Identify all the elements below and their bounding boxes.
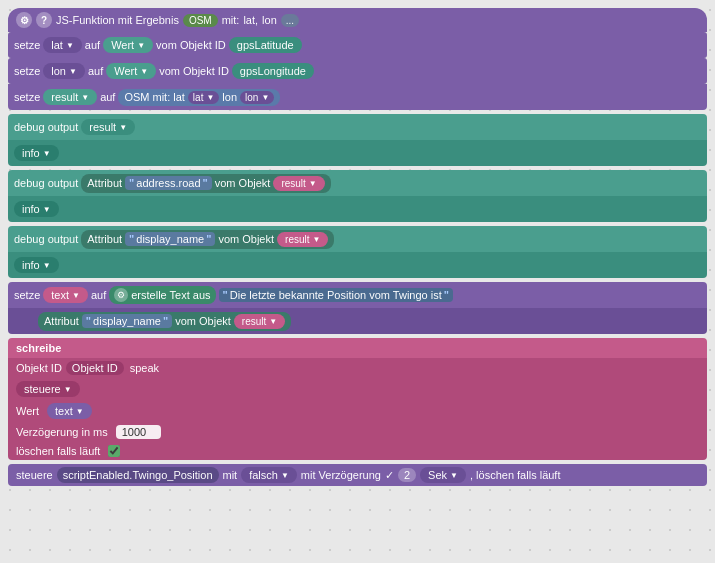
wert-dropdown-2[interactable]: Wert	[106, 63, 156, 79]
verzoegerung-val-2: 2	[398, 468, 416, 482]
debug1-row: debug output result	[8, 114, 707, 140]
text-dropdown[interactable]: text	[43, 287, 88, 303]
header-lon: lon	[262, 14, 277, 26]
display-name-string: " display_name "	[82, 314, 172, 328]
setze-text-row1: setze text auf ⚙ erstelle Text aus " Die…	[8, 282, 707, 308]
debug1-info-row: info ▼	[8, 140, 707, 166]
gear-icon[interactable]: ⚙	[16, 12, 32, 28]
schreibe-loeschen-row: löschen falls läuft	[8, 442, 707, 460]
auf-label-text: auf	[91, 289, 106, 301]
text-result-dropdown[interactable]: result	[234, 314, 285, 329]
mit-label-bottom: mit	[223, 469, 238, 481]
sek-dropdown[interactable]: Sek	[420, 467, 466, 483]
result-dropdown-1[interactable]: result	[43, 89, 97, 105]
setze-text-string: " Die letzte bekannte Position vom Twing…	[219, 288, 453, 302]
debug2-row: debug output Attribut " address.road " v…	[8, 170, 707, 196]
setze-label-1: setze	[14, 39, 40, 51]
debug3-attribut-block: Attribut " display_name " vom Objekt res…	[81, 230, 334, 249]
script-pill: scriptEnabled.Twingo_Position	[57, 467, 219, 483]
auf-label-2: auf	[88, 65, 103, 77]
debug2-block: debug output Attribut " address.road " v…	[8, 170, 707, 222]
loeschen-label-bottom: , löschen falls läuft	[470, 469, 561, 481]
erstelle-text-block: ⚙ erstelle Text aus	[109, 286, 215, 304]
header-mit: mit:	[222, 14, 240, 26]
debug2-info-row: info ▼	[8, 196, 707, 222]
verzoegerung-input[interactable]	[116, 425, 161, 439]
header-title: JS-Funktion mit Ergebnis	[56, 14, 179, 26]
setze-text-block: setze text auf ⚙ erstelle Text aus " Die…	[8, 282, 707, 334]
debug2-attribut-block: Attribut " address.road " vom Objekt res…	[81, 174, 331, 193]
lon-val-dropdown[interactable]: lon	[240, 91, 274, 104]
debug3-key-string: " display_name "	[125, 232, 215, 246]
question-icon[interactable]: ?	[36, 12, 52, 28]
debug3-row: debug output Attribut " display_name " v…	[8, 226, 707, 252]
schreibe-title: schreibe	[8, 338, 707, 358]
wert-dropdown-1[interactable]: Wert	[103, 37, 153, 53]
auf-label-3: auf	[100, 91, 115, 103]
loeschen-checkbox[interactable]	[108, 445, 120, 457]
vom-objekt-id-2: vom Objekt ID	[159, 65, 229, 77]
debug1-result-dropdown[interactable]: result	[81, 119, 135, 135]
dots-badge: ...	[281, 14, 299, 27]
speak-value: speak	[130, 362, 159, 374]
lon-dropdown[interactable]: lon	[43, 63, 85, 79]
mit-verzoegerung-label: mit Verzögerung	[301, 469, 381, 481]
header-lat: lat,	[243, 14, 258, 26]
debug2-label: debug output	[14, 177, 78, 189]
schreibe-steuere-row: steuere ▼	[8, 378, 707, 400]
schreibe-objekt-row: Objekt ID Objekt ID speak	[8, 358, 707, 378]
debug3-result-dropdown[interactable]: result	[277, 232, 328, 247]
osm-badge: OSM	[183, 14, 218, 27]
schreibe-verzoegerung-row: Verzögerung in ms	[8, 422, 707, 442]
setze-lon-row: setze lon auf Wert vom Objekt ID gpsLong…	[8, 58, 707, 84]
header-block: ⚙ ? JS-Funktion mit Ergebnis OSM mit: la…	[8, 8, 707, 32]
bottom-steuere-row: steuere scriptEnabled.Twingo_Position mi…	[8, 464, 707, 486]
objekt-id-label: Objekt ID	[16, 362, 62, 374]
auf-label-1: auf	[85, 39, 100, 51]
wert-text-dropdown[interactable]: text	[47, 403, 92, 419]
schreibe-wert-row: Wert text	[8, 400, 707, 422]
steuere-label-bottom: steuere	[16, 469, 53, 481]
schreibe-block: schreibe Objekt ID Objekt ID speak steue…	[8, 338, 707, 460]
steuere-pill[interactable]: steuere ▼	[16, 381, 80, 397]
setze-lat-row: setze lat auf Wert vom Objekt ID gpsLati…	[8, 32, 707, 58]
gps-lat-pill: gpsLatitude	[229, 37, 302, 53]
setze-label-3: setze	[14, 91, 40, 103]
debug1-label: debug output	[14, 121, 78, 133]
osm-block: OSM mit: lat lat lon lon	[118, 89, 280, 106]
debug3-info-pill[interactable]: info ▼	[14, 257, 59, 273]
debug1-info-pill[interactable]: info ▼	[14, 145, 59, 161]
check-val: ✓	[385, 469, 394, 482]
wert-label: Wert	[16, 405, 39, 417]
setze-label-text: setze	[14, 289, 40, 301]
setze-result-row: setze result auf OSM mit: lat lat lon lo…	[8, 84, 707, 110]
falsch-dropdown[interactable]: falsch	[241, 467, 297, 483]
objekt-id-pill: Objekt ID	[66, 361, 124, 375]
loeschen-label: löschen falls läuft	[16, 445, 100, 457]
vom-objekt-id-1: vom Objekt ID	[156, 39, 226, 51]
debug2-key-string: " address.road "	[125, 176, 212, 190]
debug3-info-row: info ▼	[8, 252, 707, 278]
debug3-block: debug output Attribut " display_name " v…	[8, 226, 707, 278]
verzoegerung-label: Verzögerung in ms	[16, 426, 108, 438]
lat-dropdown[interactable]: lat	[43, 37, 82, 53]
gear-small-icon[interactable]: ⚙	[114, 288, 128, 302]
attribut-block-2: Attribut " display_name " vom Objekt res…	[38, 312, 291, 331]
debug3-label: debug output	[14, 233, 78, 245]
debug2-result-dropdown[interactable]: result	[273, 176, 324, 191]
lat-val-dropdown[interactable]: lat	[188, 91, 219, 104]
debug2-info-pill[interactable]: info ▼	[14, 201, 59, 217]
setze-label-2: setze	[14, 65, 40, 77]
debug1-block: debug output result info ▼	[8, 114, 707, 166]
setze-text-row2: Attribut " display_name " vom Objekt res…	[8, 308, 707, 334]
gps-lon-pill: gpsLongitude	[232, 63, 314, 79]
